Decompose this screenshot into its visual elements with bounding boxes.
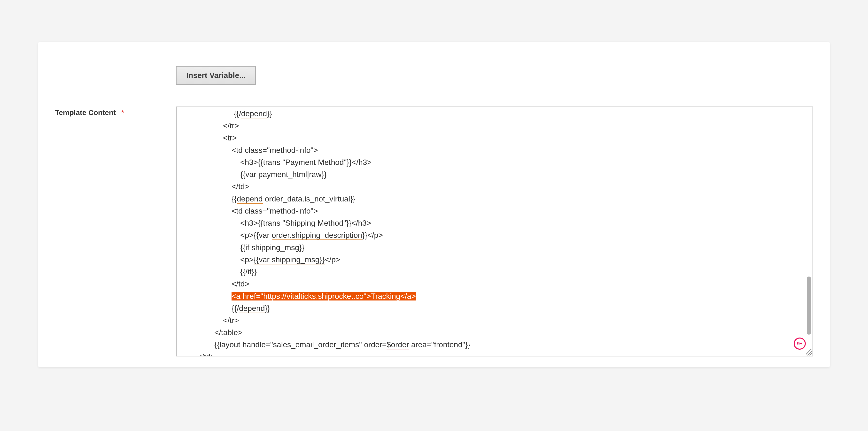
grammarly-badge-count: 9+ [797, 341, 802, 346]
insert-variable-button[interactable]: Insert Variable... [176, 66, 256, 85]
template-content-field-col: {{/depend}} </tr> <tr> <td class="method… [176, 106, 813, 357]
row-spacer [55, 85, 813, 106]
template-content-label: Template Content [55, 109, 116, 117]
panel-shadow-bottom [38, 367, 830, 389]
template-content-textarea[interactable]: {{/depend}} </tr> <tr> <td class="method… [176, 106, 813, 357]
code-content[interactable]: {{/depend}} </tr> <tr> <td class="method… [177, 107, 812, 357]
field-col-button: Insert Variable... [176, 66, 813, 85]
template-content-row: Template Content * {{/depend}} </tr> <tr… [55, 106, 813, 357]
label-spacer [55, 66, 176, 68]
form-panel: Insert Variable... Template Content * {{… [38, 42, 830, 367]
required-asterisk: * [121, 109, 124, 117]
scrollbar-thumb[interactable] [807, 277, 811, 335]
grammarly-badge[interactable]: 9+ [794, 338, 806, 350]
template-content-label-col: Template Content * [55, 106, 176, 117]
textarea-resize-handle[interactable] [806, 349, 812, 356]
outer-container: Insert Variable... Template Content * {{… [38, 42, 830, 389]
insert-variable-row: Insert Variable... [55, 66, 813, 85]
